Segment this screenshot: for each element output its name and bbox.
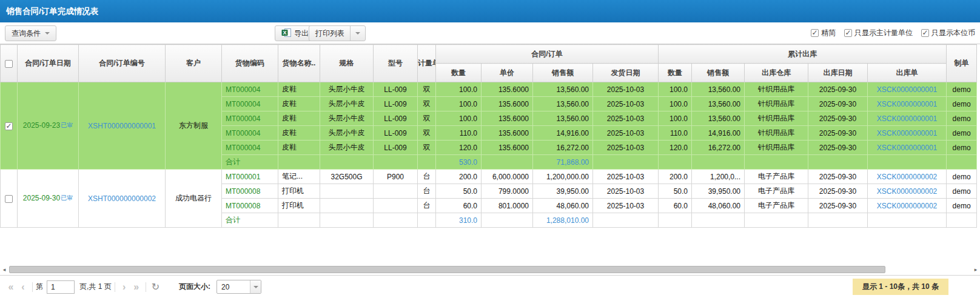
cell-spec: 头层小牛皮 (320, 111, 374, 126)
cell-model (374, 184, 418, 199)
cell-ship-date: 2025-10-03 (593, 199, 659, 213)
main-unit-checkbox[interactable]: ✓ (844, 29, 852, 37)
cell-warehouse: 针织用品库 (745, 82, 808, 97)
cell-goods-name: 皮鞋 (278, 126, 320, 141)
scrollbar-thumb[interactable] (9, 266, 885, 273)
order-no-link[interactable]: XSHT000000000002 (79, 170, 166, 228)
col-header-out-date[interactable]: 出库日期 (808, 64, 868, 82)
cell-qty: 50.0 (436, 184, 482, 199)
order-date-cell: 2025-09-30已审 (18, 170, 79, 228)
cell-out-order[interactable]: XSCK0000000001 (868, 141, 947, 155)
cell-out-order[interactable]: XSCK0000000002 (868, 184, 947, 199)
order-status-badge: 已审 (61, 194, 73, 201)
cell-goods-name: 皮鞋 (278, 82, 320, 97)
print-list-button[interactable]: 打印列表 (309, 25, 366, 41)
col-header-order-date[interactable]: 合同/订单日期 (18, 45, 79, 82)
col-header-out-amount[interactable]: 销售额 (692, 64, 745, 82)
col-header-maker[interactable]: 制单 (947, 45, 977, 82)
cell-model (374, 199, 418, 213)
cell-unit: 台 (418, 184, 436, 199)
row-checkbox[interactable]: ✓ (5, 122, 13, 130)
page-number-input[interactable] (47, 280, 75, 294)
cell-out-date: 2025-09-30 (808, 170, 868, 184)
cell-model: LL-009 (374, 97, 418, 111)
horizontal-scrollbar[interactable]: ◂ ▸ (0, 265, 980, 275)
cell-ship-date (593, 155, 659, 170)
select-all-checkbox[interactable] (5, 60, 13, 68)
cell-out-amount: 1,200,0... (692, 170, 745, 184)
compact-checkbox[interactable]: ✓ (811, 29, 819, 37)
col-header-goods-name[interactable]: 货物名称.. (278, 45, 320, 82)
col-header-warehouse[interactable]: 出库仓库 (745, 64, 808, 82)
cell-model (374, 155, 418, 170)
cell-warehouse: 电子产品库 (745, 184, 808, 199)
cell-warehouse (745, 213, 808, 228)
cell-price: 799.0000 (482, 184, 533, 199)
query-conditions-button[interactable]: 查询条件 (5, 25, 56, 41)
col-header-spec[interactable]: 规格 (320, 45, 374, 82)
cell-warehouse: 针织用品库 (745, 126, 808, 141)
cell-warehouse: 针织用品库 (745, 97, 808, 111)
main-unit-label: 只显示主计量单位 (854, 28, 913, 38)
last-page-button[interactable]: » (130, 282, 143, 293)
cell-out-date: 2025-09-30 (808, 111, 868, 126)
page-prefix-label: 第 (36, 282, 43, 292)
order-no-link[interactable]: XSHT000000000001 (79, 82, 166, 170)
option-base-currency[interactable]: ✓ 只显示本位币 (921, 28, 975, 38)
cell-goods-code: MT000004 (222, 126, 278, 141)
order-date: 2025-09-30 (23, 194, 60, 202)
cell-spec: 头层小牛皮 (320, 82, 374, 97)
cell-out-order[interactable]: XSCK0000000002 (868, 199, 947, 213)
cell-price (482, 155, 533, 170)
cell-goods-name: 皮鞋 (278, 111, 320, 126)
col-header-goods-code[interactable]: 货物编码 (222, 45, 278, 82)
cell-out-order[interactable]: XSCK0000000001 (868, 82, 947, 97)
col-header-order-no[interactable]: 合同/订单编号 (79, 45, 166, 82)
col-header-unit[interactable]: 计量单位 (418, 45, 436, 82)
prev-page-button[interactable]: ‹ (17, 282, 29, 293)
cell-spec: 32G500G (320, 170, 374, 184)
cell-out-amount: 48,060.00 (692, 199, 745, 213)
cell-out-order[interactable]: XSCK0000000002 (868, 170, 947, 184)
combo-arrow-box[interactable] (250, 280, 261, 293)
col-header-customer[interactable]: 客户 (166, 45, 222, 82)
col-header-out-qty[interactable]: 数量 (659, 64, 692, 82)
cell-amount: 13,560.00 (533, 97, 593, 111)
pager-divider (146, 282, 146, 292)
customer-cell: 成功电器行 (166, 170, 222, 228)
col-header-model[interactable]: 型号 (374, 45, 418, 82)
cell-out-amount: 16,272.00 (692, 141, 745, 155)
first-page-button[interactable]: « (5, 282, 17, 293)
cell-warehouse: 针织用品库 (745, 111, 808, 126)
option-main-unit[interactable]: ✓ 只显示主计量单位 (844, 28, 913, 38)
query-conditions-label: 查询条件 (12, 28, 41, 39)
cell-amount: 14,916.00 (533, 126, 593, 141)
cell-out-order[interactable]: XSCK0000000001 (868, 97, 947, 111)
cell-maker (947, 213, 977, 228)
refresh-icon[interactable]: ↻ (152, 281, 159, 293)
scroll-left-icon[interactable]: ◂ (0, 266, 8, 274)
scroll-right-icon[interactable]: ▸ (972, 266, 980, 274)
option-compact[interactable]: ✓ 精简 (811, 28, 836, 38)
cell-out-order[interactable]: XSCK0000000001 (868, 111, 947, 126)
col-header-amount[interactable]: 销售额 (533, 64, 593, 82)
next-page-button[interactable]: › (118, 282, 130, 293)
base-currency-checkbox[interactable]: ✓ (921, 29, 929, 37)
col-group-cumulative-out: 累计出库 (659, 45, 947, 64)
cell-amount: 13,560.00 (533, 111, 593, 126)
col-header-qty[interactable]: 数量 (436, 64, 482, 82)
cell-amount: 16,272.00 (533, 141, 593, 155)
cell-ship-date: 2025-10-03 (593, 126, 659, 141)
cell-qty: 200.0 (436, 170, 482, 184)
cell-out-order[interactable]: XSCK0000000001 (868, 126, 947, 141)
cell-out-qty: 120.0 (659, 141, 692, 155)
cell-price: 135.6000 (482, 126, 533, 141)
row-checkbox[interactable] (5, 195, 13, 203)
page-size-select[interactable]: 20 (216, 280, 261, 294)
excel-icon: X (281, 28, 294, 39)
cell-price: 6,000.0000 (482, 170, 533, 184)
col-header-price[interactable]: 单价 (482, 64, 533, 82)
cell-amount: 39,950.00 (533, 184, 593, 199)
col-header-ship-date[interactable]: 发货日期 (593, 64, 659, 82)
col-header-out-order[interactable]: 出库单 (868, 64, 947, 82)
